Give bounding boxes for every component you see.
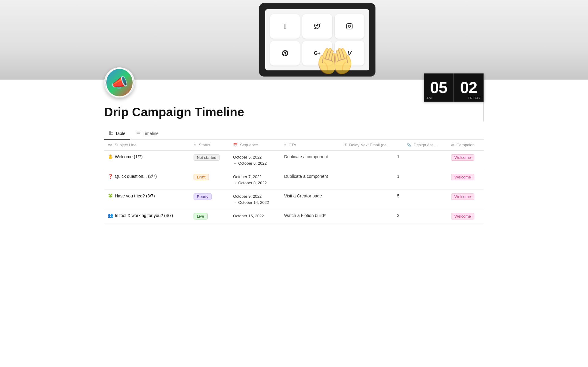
cell-design-1 bbox=[403, 170, 447, 190]
cell-delay-0: 1 bbox=[341, 151, 403, 170]
cell-campaign-0: Welcome bbox=[447, 151, 484, 170]
table-wrapper: Aa Subject Line ⊕ Status 📅 Sequence ≡ CT… bbox=[104, 140, 484, 223]
googleplus-icon: G+ bbox=[302, 41, 332, 66]
sequence-arrow-0: → bbox=[233, 161, 237, 166]
row-emoji-0: 🖐️ bbox=[108, 154, 113, 159]
cell-cta-3: Watch a Flotion build* bbox=[281, 209, 341, 223]
cell-delay-3: 3 bbox=[341, 209, 403, 223]
row-emoji-2: 🍀 bbox=[108, 193, 113, 198]
campaign-badge-3: Welcome bbox=[451, 213, 474, 219]
tablet-device:  G+ V bbox=[259, 3, 375, 77]
col-header-delay: Σ Delay Next Email (da... bbox=[341, 140, 403, 151]
clock-minute: 02 bbox=[454, 73, 483, 102]
sequence-date-2: October 9, 2022→ October 14, 2022 bbox=[233, 193, 277, 205]
table-row[interactable]: ❓ Quick question... (2/7)DraftOctober 7,… bbox=[104, 170, 484, 190]
col-icon-sequence: 📅 bbox=[233, 143, 238, 147]
sequence-date-0: October 5, 2022→ October 6, 2022 bbox=[233, 154, 277, 166]
col-icon-delay: Σ bbox=[345, 143, 347, 147]
table-tab-icon bbox=[109, 131, 113, 136]
row-emoji-3: 👥 bbox=[108, 213, 113, 218]
sequence-date-3: October 15, 2022 bbox=[233, 213, 277, 219]
campaign-badge-0: Welcome bbox=[451, 154, 474, 161]
cell-cta-0: Duplicate a component bbox=[281, 151, 341, 170]
col-icon-subject: Aa bbox=[108, 143, 112, 147]
subject-text-3: 👥 Is tool X working for you? (4/7) bbox=[108, 213, 186, 218]
col-header-status: ⊕ Status bbox=[190, 140, 229, 151]
cell-status-0: Not started bbox=[190, 151, 229, 170]
col-header-design: 📎 Design Ass... bbox=[403, 140, 447, 151]
table-row[interactable]: 🖐️ Welcome (1/7)Not startedOctober 5, 20… bbox=[104, 151, 484, 170]
cell-campaign-1: Welcome bbox=[447, 170, 484, 190]
campaign-badge-1: Welcome bbox=[451, 174, 474, 180]
cell-subject-1: ❓ Quick question... (2/7) bbox=[104, 170, 190, 190]
status-badge-2: Ready bbox=[194, 193, 212, 200]
col-header-campaign: ⊕ Campaign bbox=[447, 140, 484, 151]
timeline-tab-icon bbox=[136, 131, 141, 136]
pinterest-icon bbox=[270, 41, 300, 66]
cell-delay-2: 5 bbox=[341, 190, 403, 209]
clock-widget: 05 02 bbox=[424, 73, 484, 102]
tab-timeline-label: Timeline bbox=[142, 131, 158, 136]
svg-point-1 bbox=[349, 25, 351, 27]
subject-text-1: ❓ Quick question... (2/7) bbox=[108, 174, 186, 179]
page-content: 📣 Drip Campaign Timeline 05 02 bbox=[80, 67, 508, 223]
facebook-icon:  bbox=[270, 14, 300, 39]
col-header-subject: Aa Subject Line bbox=[104, 140, 190, 151]
status-badge-0: Not started bbox=[194, 154, 220, 161]
cell-campaign-2: Welcome bbox=[447, 190, 484, 209]
page-icon: 📣 bbox=[104, 67, 135, 98]
svg-rect-0 bbox=[347, 24, 352, 29]
col-icon-campaign: ⊕ bbox=[451, 143, 454, 147]
clock-hour: 05 bbox=[424, 73, 453, 102]
vine-icon: V bbox=[335, 41, 364, 66]
subject-text-0: 🖐️ Welcome (1/7) bbox=[108, 154, 186, 159]
page-header: 📣 Drip Campaign Timeline 05 02 bbox=[104, 67, 484, 122]
tabs-row: Table Timeline bbox=[104, 128, 484, 140]
tab-table-label: Table bbox=[115, 131, 125, 136]
col-header-sequence: 📅 Sequence bbox=[229, 140, 281, 151]
col-icon-status: ⊕ bbox=[194, 143, 197, 147]
cell-subject-0: 🖐️ Welcome (1/7) bbox=[104, 151, 190, 170]
cell-design-2 bbox=[403, 190, 447, 209]
cell-subject-2: 🍀 Have you tried? (3/7) bbox=[104, 190, 190, 209]
status-badge-3: Live bbox=[194, 213, 208, 219]
cell-sequence-2: October 9, 2022→ October 14, 2022 bbox=[229, 190, 281, 209]
cell-status-1: Draft bbox=[190, 170, 229, 190]
table-row[interactable]: 👥 Is tool X working for you? (4/7)LiveOc… bbox=[104, 209, 484, 223]
cell-design-3 bbox=[403, 209, 447, 223]
cell-cta-2: Visit a Creator page bbox=[281, 190, 341, 209]
sequence-arrow-2: → bbox=[233, 200, 237, 205]
svg-rect-3 bbox=[109, 131, 113, 135]
cell-design-0 bbox=[403, 151, 447, 170]
tablet-screen:  G+ V bbox=[265, 9, 369, 70]
table-row[interactable]: 🍀 Have you tried? (3/7)ReadyOctober 9, 2… bbox=[104, 190, 484, 209]
sequence-date-1: October 7, 2022→ October 8, 2022 bbox=[233, 174, 277, 186]
col-icon-design: 📎 bbox=[407, 143, 411, 147]
cell-subject-3: 👥 Is tool X working for you? (4/7) bbox=[104, 209, 190, 223]
cell-sequence-3: October 15, 2022 bbox=[229, 209, 281, 223]
data-table: Aa Subject Line ⊕ Status 📅 Sequence ≡ CT… bbox=[104, 140, 484, 223]
cell-status-2: Ready bbox=[190, 190, 229, 209]
campaign-badge-2: Welcome bbox=[451, 193, 474, 200]
tab-table[interactable]: Table bbox=[104, 128, 130, 140]
cell-sequence-1: October 7, 2022→ October 8, 2022 bbox=[229, 170, 281, 190]
cell-sequence-0: October 5, 2022→ October 6, 2022 bbox=[229, 151, 281, 170]
status-badge-1: Draft bbox=[194, 174, 209, 180]
sequence-arrow-1: → bbox=[233, 181, 237, 185]
col-header-cta: ≡ CTA bbox=[281, 140, 341, 151]
cell-campaign-3: Welcome bbox=[447, 209, 484, 223]
cell-status-3: Live bbox=[190, 209, 229, 223]
tab-timeline[interactable]: Timeline bbox=[131, 128, 163, 140]
row-emoji-1: ❓ bbox=[108, 174, 113, 179]
cell-delay-1: 1 bbox=[341, 170, 403, 190]
instagram-icon bbox=[335, 14, 364, 39]
cell-cta-1: Duplicate a component bbox=[281, 170, 341, 190]
twitter-icon bbox=[302, 14, 332, 39]
subject-text-2: 🍀 Have you tried? (3/7) bbox=[108, 193, 186, 198]
svg-point-2 bbox=[351, 24, 352, 25]
table-header-row: Aa Subject Line ⊕ Status 📅 Sequence ≡ CT… bbox=[104, 140, 484, 151]
col-icon-cta: ≡ bbox=[284, 143, 286, 147]
